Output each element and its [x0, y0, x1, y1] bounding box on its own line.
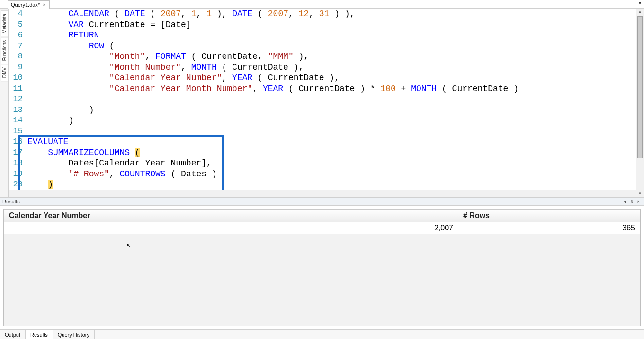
close-icon[interactable]: ×: [43, 2, 45, 8]
results-grid-wrap: Calendar Year Number # Rows 2,007 365: [3, 209, 641, 326]
results-header: Results ▾ ⇩ ×: [0, 198, 644, 206]
bottom-tab-history[interactable]: Query History: [53, 330, 95, 339]
table-cell: 365: [458, 222, 640, 234]
line-number: 15: [9, 126, 27, 137]
side-tab-metadata[interactable]: Metadata: [1, 10, 8, 37]
line-number: 6: [9, 30, 27, 41]
line-number: 19: [9, 169, 27, 180]
scroll-down-icon[interactable]: ▼: [636, 191, 644, 197]
horizontal-scrollbar[interactable]: [9, 190, 636, 197]
line-number: 13: [9, 105, 27, 116]
column-header[interactable]: # Rows: [458, 210, 640, 222]
table-cell: 2,007: [4, 222, 458, 234]
bottom-tab-bar: Output Results Query History: [0, 330, 644, 339]
results-title: Results: [2, 199, 622, 204]
code-editor[interactable]: 4 CALENDAR ( DATE ( 2007, 1, 1 ), DATE (…: [9, 9, 644, 197]
document-tab-label: Query1.dax*: [11, 2, 40, 8]
scroll-up-icon[interactable]: ▲: [636, 9, 644, 15]
line-number: 9: [9, 62, 27, 73]
panel-close-icon[interactable]: ×: [635, 199, 642, 204]
line-number: 10: [9, 73, 27, 83]
column-header[interactable]: Calendar Year Number: [4, 210, 458, 222]
results-body: Calendar Year Number # Rows 2,007 365: [0, 206, 644, 329]
line-number: 7: [9, 41, 27, 52]
bottom-tab-results[interactable]: Results: [26, 330, 53, 339]
bottom-tab-output[interactable]: Output: [0, 330, 26, 339]
line-number: 5: [9, 19, 27, 30]
line-number: 14: [9, 115, 27, 126]
panel-dropdown-icon[interactable]: ▾: [622, 199, 628, 204]
code-editor-viewport[interactable]: 4 CALENDAR ( DATE ( 2007, 1, 1 ), DATE (…: [9, 9, 644, 197]
side-tab-well: Metadata Functions DMV: [0, 9, 9, 197]
editor-row: Metadata Functions DMV 4 CALENDAR ( DATE…: [0, 9, 644, 198]
vertical-scrollbar[interactable]: ▲ ▼: [636, 9, 644, 197]
app-root: Query1.dax* × ▾ Metadata Functions DMV 4…: [0, 0, 644, 339]
line-number: 11: [9, 83, 27, 94]
side-tab-functions[interactable]: Functions: [1, 37, 8, 64]
table-header-row: Calendar Year Number # Rows: [4, 210, 640, 222]
side-tab-dmv[interactable]: DMV: [1, 64, 8, 81]
scrollbar-thumb[interactable]: [637, 16, 643, 158]
document-tabstrip: Query1.dax* × ▾: [0, 0, 644, 9]
line-number: 17: [9, 147, 27, 158]
bracket-highlight: ): [48, 180, 53, 189]
line-number: 18: [9, 158, 27, 169]
line-number: 20: [9, 179, 27, 190]
main-area: Metadata Functions DMV 4 CALENDAR ( DATE…: [0, 9, 644, 339]
grid-empty-area: [4, 234, 640, 326]
bracket-highlight: (: [135, 148, 140, 157]
line-number: 8: [9, 51, 27, 62]
results-panel: Results ▾ ⇩ × Calendar Year Number # Row…: [0, 198, 644, 330]
line-number: 12: [9, 94, 27, 105]
panel-pin-icon[interactable]: ⇩: [628, 199, 635, 204]
tabstrip-overflow-icon[interactable]: ▾: [639, 0, 641, 6]
document-tab[interactable]: Query1.dax* ×: [8, 0, 50, 9]
table-row[interactable]: 2,007 365: [4, 222, 640, 234]
line-number: 4: [9, 9, 27, 19]
line-number: 16: [9, 137, 27, 147]
results-grid[interactable]: Calendar Year Number # Rows 2,007 365: [4, 209, 640, 234]
